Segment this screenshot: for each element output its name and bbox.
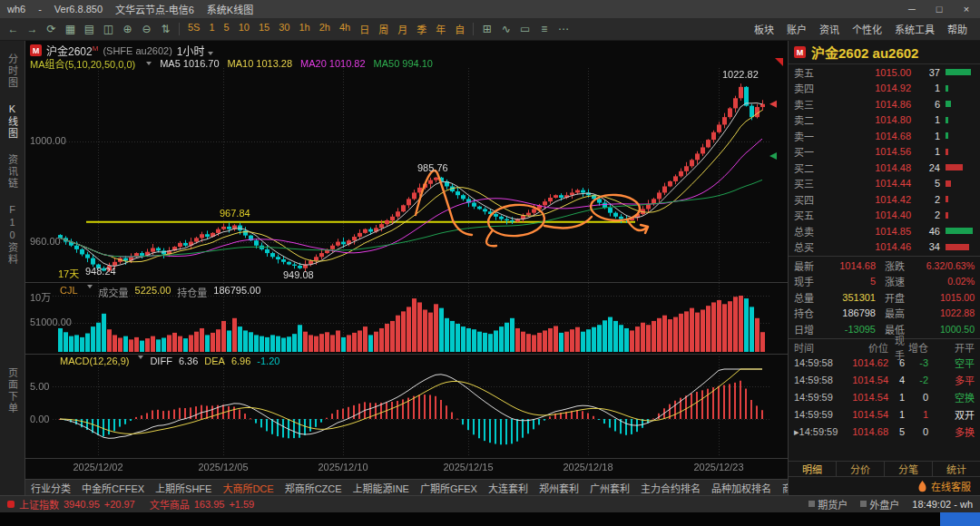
list-view-icon[interactable]: ≡ <box>534 20 554 39</box>
os-taskbar[interactable] <box>0 511 980 526</box>
volume-indicator-header[interactable]: CJL 成交量 5225.00 持仓量 186795.00 <box>60 285 260 299</box>
account-button-外盘户[interactable]: 外盘户 <box>860 497 899 511</box>
timeframe-年[interactable]: 年 <box>431 22 450 36</box>
quote-tab-分价[interactable]: 分价 <box>837 462 885 476</box>
zoom-out-icon[interactable]: ⊖ <box>137 20 156 39</box>
chevron-down-icon <box>146 62 152 65</box>
timeframe-自[interactable]: 自 <box>450 22 469 36</box>
exchange-tab-广期所GFEX[interactable]: 广期所GFEX <box>415 481 483 495</box>
menu-sectors[interactable]: 板块 <box>754 22 774 36</box>
timeframe-5S[interactable]: 5S <box>183 22 204 36</box>
exchange-tab-行业分类[interactable]: 行业分类 <box>25 481 76 495</box>
sidebar-item-f10-info[interactable]: F10资料 <box>5 204 20 266</box>
kline-chart-area[interactable]: M 沪金2602M (SHFE au2602) 1小时 MA组合(5,10,20… <box>25 41 788 479</box>
quote-tab-统计[interactable]: 统计 <box>933 462 980 476</box>
add-indicator-icon[interactable]: ⊞ <box>477 20 496 39</box>
book-row-卖四[interactable]: 卖四1014.921 <box>789 81 980 97</box>
timeframe-2h[interactable]: 2h <box>315 22 335 36</box>
alert-marker-icon[interactable] <box>775 58 783 66</box>
exchange-tab-上期所SHFE[interactable]: 上期所SHFE <box>150 481 217 495</box>
close-button[interactable]: × <box>953 0 980 18</box>
tick-row[interactable]: 14:59:591014.5411双开 <box>789 406 980 424</box>
timeframe-季[interactable]: 季 <box>412 22 431 36</box>
annotation-low1-price: 948.24 <box>85 266 116 277</box>
book-row-总卖[interactable]: 总卖1014.8546 <box>789 223 980 239</box>
timeframe-30[interactable]: 30 <box>274 22 294 36</box>
sidebar-item-page-order[interactable]: 页面下单 <box>5 367 20 414</box>
kline-style-icon[interactable]: ▤ <box>80 20 99 39</box>
book-row-买五[interactable]: 买五1014.402 <box>789 208 980 224</box>
exchange-tab-商品分类指数[interactable]: 商品分类指数 <box>777 481 788 495</box>
timeframe-周[interactable]: 周 <box>374 22 393 36</box>
exchange-tab-郑州套利[interactable]: 郑州套利 <box>534 481 584 495</box>
menu-account[interactable]: 账户 <box>787 22 807 36</box>
timeframe-月[interactable]: 月 <box>393 22 412 36</box>
kline-chart-canvas[interactable] <box>25 41 788 479</box>
account-button-期货户[interactable]: 期货户 <box>808 497 848 511</box>
frame-icon[interactable]: ▭ <box>515 20 534 39</box>
tick-row[interactable]: 14:59:591014.5410空换 <box>789 389 980 406</box>
quote-panel-title[interactable]: 沪金2602 au2602 <box>811 43 918 62</box>
quote-tab-分笔[interactable]: 分笔 <box>885 462 933 476</box>
sidebar-item-time-chart[interactable]: 分时图 <box>5 54 20 89</box>
online-service-label[interactable]: 在线客服 <box>931 479 971 493</box>
maximize-button[interactable]: □ <box>926 0 953 18</box>
macd-indicator-header[interactable]: MACD(12,26,9) DIFF 6.36 DEA 6.96 -1.20 <box>60 356 279 366</box>
book-row-买三[interactable]: 买三1014.445 <box>789 176 980 192</box>
minimize-button[interactable]: ─ <box>898 0 926 18</box>
refresh-icon[interactable]: ⟳ <box>42 20 61 39</box>
timeframe-4h[interactable]: 4h <box>335 22 355 36</box>
timeframe-10[interactable]: 10 <box>234 22 254 36</box>
forward-icon[interactable]: → <box>23 20 42 39</box>
book-row-买四[interactable]: 买四1014.422 <box>789 191 980 208</box>
shanghai-index-quote[interactable]: 上证指数 3940.95 +20.97 <box>7 497 135 511</box>
book-row-总买[interactable]: 总买1014.4634 <box>789 239 980 256</box>
taskbar-button[interactable] <box>940 512 980 526</box>
exchange-tab-上期能源INE[interactable]: 上期能源INE <box>348 481 415 495</box>
menu-news[interactable]: 资讯 <box>819 22 839 36</box>
book-row-买一[interactable]: 买一1014.561 <box>789 144 980 161</box>
exchange-tab-广州套利[interactable]: 广州套利 <box>584 481 635 495</box>
title-bar[interactable]: wh6 - Ver6.8.850 文华云节点-电信6 系统K线图 ─ □ × <box>0 0 980 18</box>
timeframe-1[interactable]: 1 <box>204 22 219 36</box>
exchange-tab-主力合约排名[interactable]: 主力合约排名 <box>635 481 706 495</box>
sort-icon[interactable]: ⇅ <box>156 20 175 39</box>
exchange-tab-郑商所CZCE[interactable]: 郑商所CZCE <box>279 481 348 495</box>
timeframe-日[interactable]: 日 <box>355 22 374 36</box>
menu-personalize[interactable]: 个性化 <box>852 22 882 36</box>
timeframe-1h[interactable]: 1h <box>294 22 314 36</box>
quote-tab-明细[interactable]: 明细 <box>789 462 837 476</box>
online-service[interactable]: 在线客服 <box>789 477 980 495</box>
grid-layout-icon[interactable]: ▦ <box>61 20 80 39</box>
wenhua-commodity-quote[interactable]: 文华商品 163.95 +1.59 <box>150 497 255 511</box>
exchange-tab-品种加权排名[interactable]: 品种加权排名 <box>706 481 777 495</box>
sidebar-item-kline-chart[interactable]: K线图 <box>5 103 20 140</box>
book-row-卖二[interactable]: 卖二1014.801 <box>789 112 980 129</box>
tick-row[interactable]: 14:59:581014.544-2多平 <box>789 372 980 389</box>
sidebar-item-news-chain[interactable]: 资讯链 <box>5 154 20 190</box>
timeframe-5[interactable]: 5 <box>220 22 234 36</box>
split-panel-icon[interactable]: ◫ <box>99 20 118 39</box>
draw-line-icon[interactable]: ∿ <box>496 20 515 39</box>
more-icon[interactable]: ⋯ <box>554 20 573 39</box>
tick-oi-change: -3 <box>905 357 928 368</box>
book-row-卖五[interactable]: 卖五1015.0037 <box>789 64 980 81</box>
ma-combo-label[interactable]: MA组合(5,10,20,50,0,0) <box>30 56 135 71</box>
cjl-label[interactable]: CJL <box>60 285 78 299</box>
tick-row[interactable]: ▸14:59:591014.6850多换 <box>789 424 980 441</box>
book-row-卖三[interactable]: 卖三1014.866 <box>789 96 980 112</box>
ma-indicator-header[interactable]: MA组合(5,10,20,50,0,0) MA51016.70 MA101013… <box>30 56 433 71</box>
exchange-tab-大商所DCE[interactable]: 大商所DCE <box>217 481 279 495</box>
book-row-卖一[interactable]: 卖一1014.681 <box>789 128 980 144</box>
timeframe-15[interactable]: 15 <box>254 22 274 36</box>
book-row-买二[interactable]: 买二1014.4824 <box>789 160 980 176</box>
exchange-tab-中金所CFFEX[interactable]: 中金所CFFEX <box>76 481 150 495</box>
exchange-tab-大连套利[interactable]: 大连套利 <box>483 481 534 495</box>
menu-help[interactable]: 帮助 <box>947 22 967 36</box>
zoom-in-icon[interactable]: ⊕ <box>118 20 137 39</box>
back-icon[interactable]: ← <box>4 20 23 39</box>
macd-axis-label: 0.00 <box>30 414 49 424</box>
macd-label[interactable]: MACD(12,26,9) <box>60 356 129 366</box>
menu-system-tools[interactable]: 系统工具 <box>895 22 935 36</box>
tick-row[interactable]: 14:59:581014.626-3空平 <box>789 355 980 372</box>
